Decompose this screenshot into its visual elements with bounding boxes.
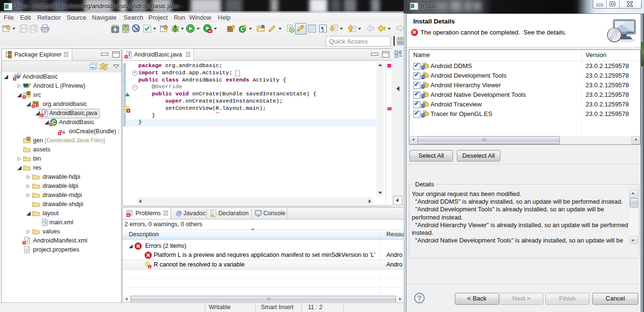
svg-text:x: x xyxy=(127,214,129,217)
svg-text:¶: ¶ xyxy=(321,25,324,32)
